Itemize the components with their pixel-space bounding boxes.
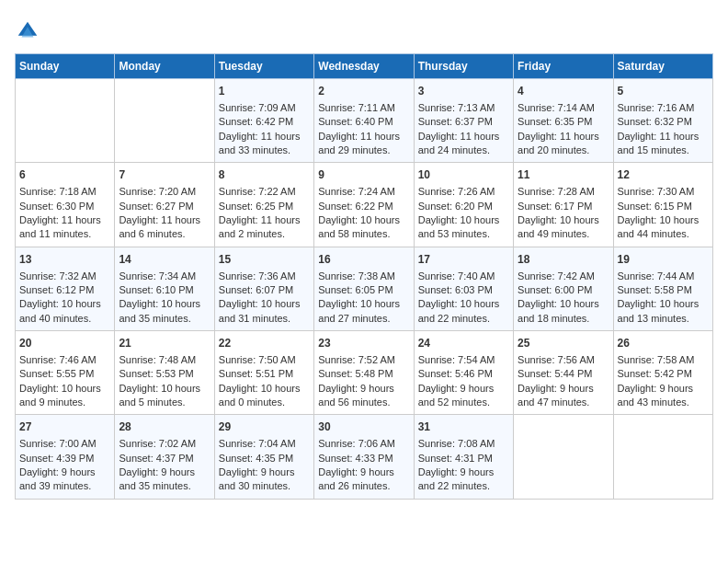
daylight-text: Daylight: 10 hours and 44 minutes. <box>618 214 700 239</box>
daylight-text: Daylight: 10 hours and 9 minutes. <box>19 383 101 408</box>
daylight-text: Daylight: 11 hours and 2 minutes. <box>219 214 301 239</box>
daylight-text: Daylight: 9 hours and 52 minutes. <box>418 383 495 408</box>
daylight-text: Daylight: 9 hours and 39 minutes. <box>19 466 96 491</box>
sunset-text: Sunset: 5:44 PM <box>518 368 592 379</box>
day-number: 17 <box>418 252 509 268</box>
sunrise-text: Sunrise: 7:54 AM <box>418 354 495 365</box>
daylight-text: Daylight: 9 hours and 30 minutes. <box>219 466 295 491</box>
calendar-cell: 31Sunrise: 7:08 AMSunset: 4:31 PMDayligh… <box>414 415 513 499</box>
header-monday: Monday <box>115 54 214 79</box>
daylight-text: Daylight: 11 hours and 15 minutes. <box>618 131 700 155</box>
day-number: 11 <box>518 167 609 183</box>
daylight-text: Daylight: 10 hours and 35 minutes. <box>119 298 200 323</box>
sunrise-text: Sunrise: 7:16 AM <box>618 102 695 113</box>
calendar-table: SundayMondayTuesdayWednesdayThursdayFrid… <box>15 53 713 500</box>
calendar-cell <box>115 79 214 163</box>
day-number: 25 <box>518 336 609 351</box>
sunset-text: Sunset: 4:33 PM <box>318 453 392 464</box>
sunset-text: Sunset: 6:32 PM <box>618 116 692 127</box>
calendar-cell: 3Sunrise: 7:13 AMSunset: 6:37 PMDaylight… <box>414 79 513 163</box>
sunset-text: Sunset: 6:12 PM <box>19 284 94 295</box>
sunrise-text: Sunrise: 7:13 AM <box>418 102 495 113</box>
calendar-cell: 8Sunrise: 7:22 AMSunset: 6:25 PMDaylight… <box>214 163 313 247</box>
daylight-text: Daylight: 10 hours and 5 minutes. <box>119 383 200 408</box>
sunset-text: Sunset: 4:37 PM <box>119 453 193 464</box>
calendar-header-row: SundayMondayTuesdayWednesdayThursdayFrid… <box>16 54 713 79</box>
header-sunday: Sunday <box>16 54 115 79</box>
sunrise-text: Sunrise: 7:46 AM <box>19 354 97 365</box>
daylight-text: Daylight: 10 hours and 49 minutes. <box>518 214 599 239</box>
sunset-text: Sunset: 6:17 PM <box>518 201 592 212</box>
day-number: 29 <box>219 419 310 435</box>
sunrise-text: Sunrise: 7:32 AM <box>19 270 97 282</box>
calendar-cell: 23Sunrise: 7:52 AMSunset: 5:48 PMDayligh… <box>314 331 414 415</box>
sunrise-text: Sunrise: 7:34 AM <box>119 270 196 282</box>
day-number: 15 <box>219 252 310 268</box>
sunset-text: Sunset: 6:10 PM <box>119 284 193 295</box>
calendar-cell: 28Sunrise: 7:02 AMSunset: 4:37 PMDayligh… <box>115 415 214 499</box>
daylight-text: Daylight: 11 hours and 29 minutes. <box>318 131 400 155</box>
logo <box>15 18 44 44</box>
calendar-cell: 10Sunrise: 7:26 AMSunset: 6:20 PMDayligh… <box>414 163 513 247</box>
daylight-text: Daylight: 11 hours and 24 minutes. <box>418 131 500 155</box>
sunset-text: Sunset: 6:42 PM <box>219 116 293 127</box>
sunset-text: Sunset: 6:05 PM <box>318 284 392 295</box>
calendar-cell <box>514 415 613 499</box>
sunrise-text: Sunrise: 7:56 AM <box>518 354 595 365</box>
day-number: 20 <box>19 336 110 351</box>
sunrise-text: Sunrise: 7:58 AM <box>618 354 695 365</box>
day-number: 16 <box>318 252 409 268</box>
calendar-cell: 4Sunrise: 7:14 AMSunset: 6:35 PMDaylight… <box>514 79 613 163</box>
sunrise-text: Sunrise: 7:40 AM <box>418 270 495 282</box>
calendar-cell: 6Sunrise: 7:18 AMSunset: 6:30 PMDaylight… <box>16 163 115 247</box>
sunset-text: Sunset: 6:03 PM <box>418 284 493 295</box>
calendar-cell: 20Sunrise: 7:46 AMSunset: 5:55 PMDayligh… <box>16 331 115 415</box>
daylight-text: Daylight: 10 hours and 58 minutes. <box>318 214 400 239</box>
sunset-text: Sunset: 6:30 PM <box>19 201 94 212</box>
sunrise-text: Sunrise: 7:00 AM <box>19 438 97 449</box>
sunrise-text: Sunrise: 7:30 AM <box>618 186 695 197</box>
day-number: 21 <box>119 336 210 351</box>
sunrise-text: Sunrise: 7:36 AM <box>219 270 296 282</box>
sunset-text: Sunset: 5:55 PM <box>19 368 94 379</box>
day-number: 4 <box>518 84 609 99</box>
sunrise-text: Sunrise: 7:50 AM <box>219 354 296 365</box>
calendar-cell: 13Sunrise: 7:32 AMSunset: 6:12 PMDayligh… <box>16 247 115 330</box>
calendar-week-3: 13Sunrise: 7:32 AMSunset: 6:12 PMDayligh… <box>16 247 713 330</box>
day-number: 23 <box>318 336 409 351</box>
daylight-text: Daylight: 10 hours and 31 minutes. <box>219 298 301 323</box>
calendar-week-5: 27Sunrise: 7:00 AMSunset: 4:39 PMDayligh… <box>16 415 713 499</box>
daylight-text: Daylight: 10 hours and 40 minutes. <box>19 298 101 323</box>
calendar-cell: 16Sunrise: 7:38 AMSunset: 6:05 PMDayligh… <box>314 247 414 330</box>
day-number: 18 <box>518 252 609 268</box>
daylight-text: Daylight: 10 hours and 53 minutes. <box>418 214 500 239</box>
calendar-cell: 26Sunrise: 7:58 AMSunset: 5:42 PMDayligh… <box>613 331 712 415</box>
day-number: 3 <box>418 84 509 99</box>
calendar-week-4: 20Sunrise: 7:46 AMSunset: 5:55 PMDayligh… <box>16 331 713 415</box>
sunrise-text: Sunrise: 7:04 AM <box>219 438 296 449</box>
calendar-cell: 9Sunrise: 7:24 AMSunset: 6:22 PMDaylight… <box>314 163 414 247</box>
sunset-text: Sunset: 6:40 PM <box>318 116 392 127</box>
daylight-text: Daylight: 11 hours and 20 minutes. <box>518 131 599 155</box>
calendar-cell: 14Sunrise: 7:34 AMSunset: 6:10 PMDayligh… <box>115 247 214 330</box>
day-number: 12 <box>618 167 709 183</box>
day-number: 8 <box>219 167 310 183</box>
sunset-text: Sunset: 4:39 PM <box>19 453 94 464</box>
sunset-text: Sunset: 6:07 PM <box>219 284 293 295</box>
day-number: 7 <box>119 167 210 183</box>
day-number: 28 <box>119 419 210 435</box>
daylight-text: Daylight: 9 hours and 22 minutes. <box>418 466 495 491</box>
sunset-text: Sunset: 6:00 PM <box>518 284 592 295</box>
calendar-cell: 27Sunrise: 7:00 AMSunset: 4:39 PMDayligh… <box>16 415 115 499</box>
sunrise-text: Sunrise: 7:28 AM <box>518 186 595 197</box>
sunset-text: Sunset: 6:25 PM <box>219 201 293 212</box>
calendar-cell <box>613 415 712 499</box>
daylight-text: Daylight: 10 hours and 22 minutes. <box>418 298 500 323</box>
calendar-cell: 21Sunrise: 7:48 AMSunset: 5:53 PMDayligh… <box>115 331 214 415</box>
sunset-text: Sunset: 4:35 PM <box>219 453 293 464</box>
day-number: 27 <box>19 419 110 435</box>
daylight-text: Daylight: 10 hours and 27 minutes. <box>318 298 400 323</box>
sunrise-text: Sunrise: 7:11 AM <box>318 102 395 113</box>
day-number: 26 <box>618 336 709 351</box>
daylight-text: Daylight: 9 hours and 43 minutes. <box>618 383 694 408</box>
